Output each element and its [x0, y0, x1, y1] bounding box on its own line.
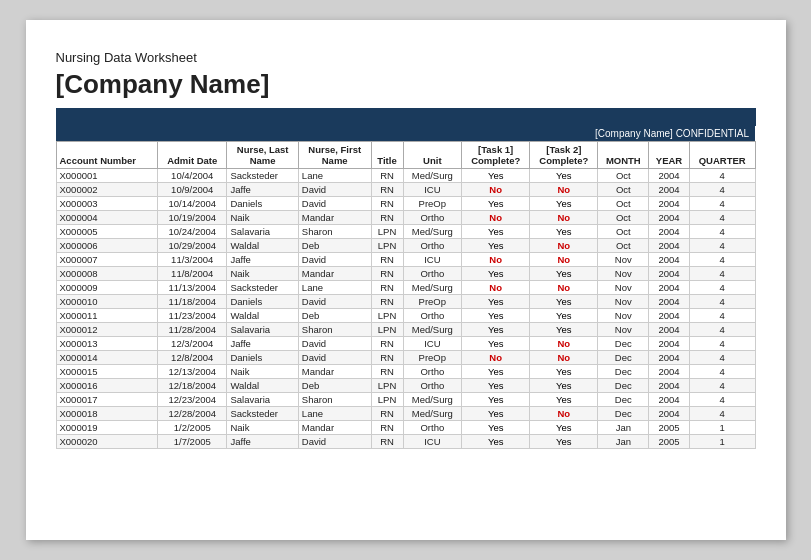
cell-title: RN [371, 435, 403, 449]
cell-unit: Ortho [403, 365, 462, 379]
cell-quarter: 1 [689, 421, 755, 435]
cell-admit_date: 11/3/2004 [158, 253, 227, 267]
cell-account_number: X000016 [56, 379, 158, 393]
cell-task2: Yes [530, 295, 598, 309]
cell-task2: Yes [530, 379, 598, 393]
cell-year: 2004 [649, 337, 690, 351]
table-row: X00001312/3/2004JaffeDavidRNICUYesNoDec2… [56, 337, 755, 351]
table-row: X0000201/7/2005JaffeDavidRNICUYesYesJan2… [56, 435, 755, 449]
cell-admit_date: 10/29/2004 [158, 239, 227, 253]
cell-task2: No [530, 351, 598, 365]
cell-task1: Yes [462, 337, 530, 351]
cell-title: LPN [371, 239, 403, 253]
cell-month: Nov [598, 309, 649, 323]
col-unit: Unit [403, 142, 462, 169]
cell-unit: PreOp [403, 351, 462, 365]
cell-task1: No [462, 351, 530, 365]
cell-task1: Yes [462, 365, 530, 379]
cell-unit: ICU [403, 435, 462, 449]
cell-nurse_last: Daniels [227, 197, 298, 211]
data-table: [Company Name] CONFIDENTIAL Account Numb… [56, 126, 756, 449]
cell-month: Oct [598, 197, 649, 211]
cell-quarter: 4 [689, 281, 755, 295]
cell-year: 2004 [649, 295, 690, 309]
cell-nurse_first: Deb [298, 309, 371, 323]
cell-nurse_first: Deb [298, 379, 371, 393]
cell-nurse_first: Lane [298, 169, 371, 183]
cell-quarter: 4 [689, 351, 755, 365]
cell-admit_date: 12/13/2004 [158, 365, 227, 379]
cell-nurse_first: David [298, 183, 371, 197]
cell-nurse_first: Mandar [298, 267, 371, 281]
cell-title: RN [371, 421, 403, 435]
cell-task1: No [462, 183, 530, 197]
cell-year: 2004 [649, 183, 690, 197]
cell-month: Nov [598, 295, 649, 309]
cell-nurse_first: Sharon [298, 323, 371, 337]
cell-year: 2004 [649, 239, 690, 253]
table-row: X00001712/23/2004SalavariaSharonLPNMed/S… [56, 393, 755, 407]
table-row: X00001011/18/2004DanielsDavidRNPreOpYesY… [56, 295, 755, 309]
cell-unit: ICU [403, 253, 462, 267]
cell-account_number: X000017 [56, 393, 158, 407]
cell-quarter: 4 [689, 169, 755, 183]
cell-task1: Yes [462, 239, 530, 253]
cell-unit: PreOp [403, 197, 462, 211]
cell-nurse_last: Daniels [227, 351, 298, 365]
cell-month: Dec [598, 407, 649, 421]
header-bar [56, 108, 756, 126]
cell-year: 2004 [649, 197, 690, 211]
cell-quarter: 4 [689, 197, 755, 211]
confidential-row: [Company Name] CONFIDENTIAL [56, 126, 755, 142]
cell-admit_date: 11/23/2004 [158, 309, 227, 323]
cell-task2: Yes [530, 225, 598, 239]
cell-title: RN [371, 169, 403, 183]
table-row: X00000310/14/2004DanielsDavidRNPreOpYesY… [56, 197, 755, 211]
cell-nurse_last: Waldal [227, 239, 298, 253]
table-row: X00000811/8/2004NaikMandarRNOrthoYesYesN… [56, 267, 755, 281]
cell-account_number: X000003 [56, 197, 158, 211]
cell-task1: Yes [462, 225, 530, 239]
cell-account_number: X000006 [56, 239, 158, 253]
cell-month: Oct [598, 169, 649, 183]
table-row: X00001612/18/2004WaldalDebLPNOrthoYesYes… [56, 379, 755, 393]
cell-task1: No [462, 211, 530, 225]
col-quarter: QUARTER [689, 142, 755, 169]
cell-quarter: 4 [689, 407, 755, 421]
cell-unit: Ortho [403, 239, 462, 253]
col-task1: [Task 1]Complete? [462, 142, 530, 169]
cell-task2: No [530, 239, 598, 253]
cell-unit: ICU [403, 337, 462, 351]
cell-nurse_last: Jaffe [227, 253, 298, 267]
cell-task1: Yes [462, 169, 530, 183]
cell-task2: Yes [530, 309, 598, 323]
cell-task1: Yes [462, 267, 530, 281]
cell-unit: Ortho [403, 379, 462, 393]
cell-unit: Med/Surg [403, 281, 462, 295]
cell-month: Dec [598, 337, 649, 351]
table-row: X00000911/13/2004SackstederLaneRNMed/Sur… [56, 281, 755, 295]
cell-title: LPN [371, 309, 403, 323]
cell-nurse_last: Jaffe [227, 435, 298, 449]
cell-task2: Yes [530, 421, 598, 435]
cell-task2: No [530, 253, 598, 267]
cell-account_number: X000012 [56, 323, 158, 337]
cell-task1: No [462, 281, 530, 295]
cell-task2: Yes [530, 197, 598, 211]
col-nurse-last: Nurse, LastName [227, 142, 298, 169]
cell-nurse_first: Sharon [298, 393, 371, 407]
cell-nurse_last: Sacksteder [227, 281, 298, 295]
cell-title: RN [371, 407, 403, 421]
table-row: X0000191/2/2005NaikMandarRNOrthoYesYesJa… [56, 421, 755, 435]
cell-quarter: 4 [689, 365, 755, 379]
table-row: X00000110/4/2004SackstederLaneRNMed/Surg… [56, 169, 755, 183]
cell-title: RN [371, 253, 403, 267]
cell-unit: Ortho [403, 421, 462, 435]
cell-task1: Yes [462, 407, 530, 421]
cell-task2: Yes [530, 435, 598, 449]
cell-account_number: X000007 [56, 253, 158, 267]
cell-quarter: 4 [689, 379, 755, 393]
cell-nurse_last: Jaffe [227, 337, 298, 351]
table-row: X00000510/24/2004SalavariaSharonLPNMed/S… [56, 225, 755, 239]
cell-quarter: 4 [689, 337, 755, 351]
